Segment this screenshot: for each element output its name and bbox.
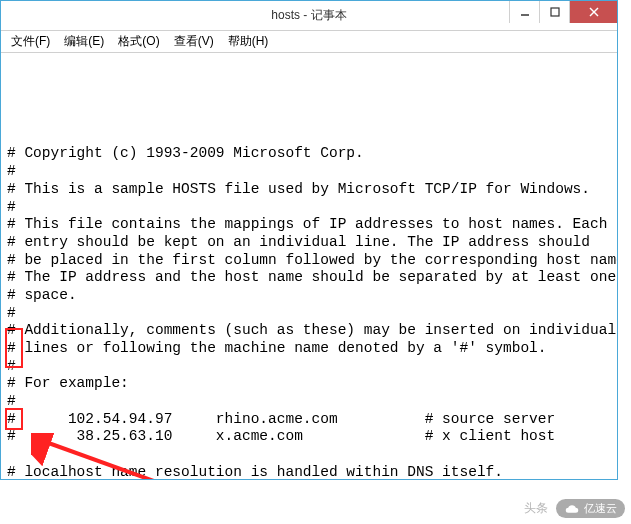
svg-rect-1: [551, 8, 559, 16]
watermark-left: 头条: [524, 500, 548, 517]
editor-line: [7, 446, 611, 464]
editor-line: # The IP address and the host name shoul…: [7, 269, 611, 287]
close-icon: [589, 7, 599, 17]
editor-line: # For example:: [7, 375, 611, 393]
menubar: 文件(F) 编辑(E) 格式(O) 查看(V) 帮助(H): [1, 31, 617, 53]
editor-line: #: [7, 358, 611, 376]
minimize-icon: [520, 7, 530, 17]
editor-line: # lines or following the machine name de…: [7, 340, 611, 358]
maximize-button[interactable]: [539, 1, 569, 23]
window-title: hosts - 记事本: [271, 7, 346, 24]
editor-line: # 102.54.94.97 rhino.acme.com # source s…: [7, 411, 611, 429]
editor-line: #: [7, 393, 611, 411]
menu-help[interactable]: 帮助(H): [222, 31, 275, 52]
menu-view[interactable]: 查看(V): [168, 31, 220, 52]
close-button[interactable]: [569, 1, 617, 23]
editor-line: #: [7, 163, 611, 181]
editor-line: # Copyright (c) 1993-2009 Microsoft Corp…: [7, 145, 611, 163]
notepad-window: hosts - 记事本 文件(F) 编辑(E) 格式(O) 查看(V) 帮助(H…: [0, 0, 618, 480]
editor-line: # localhost name resolution is handled w…: [7, 464, 611, 479]
editor-line: # This file contains the mappings of IP …: [7, 216, 611, 234]
editor-line: #: [7, 305, 611, 323]
window-controls: [509, 1, 617, 23]
watermark: 头条 亿速云: [524, 499, 625, 518]
editor-line: # entry should be kept on an individual …: [7, 234, 611, 252]
minimize-button[interactable]: [509, 1, 539, 23]
editor-line: # This is a sample HOSTS file used by Mi…: [7, 181, 611, 199]
menu-edit[interactable]: 编辑(E): [58, 31, 110, 52]
menu-format[interactable]: 格式(O): [112, 31, 165, 52]
menu-file[interactable]: 文件(F): [5, 31, 56, 52]
editor-line: # Additionally, comments (such as these)…: [7, 322, 611, 340]
editor-line: #: [7, 199, 611, 217]
watermark-badge: 亿速云: [556, 499, 625, 518]
maximize-icon: [550, 7, 560, 17]
editor-line: # 38.25.63.10 x.acme.com # x client host: [7, 428, 611, 446]
cloud-icon: [564, 504, 580, 514]
text-editor[interactable]: # Copyright (c) 1993-2009 Microsoft Corp…: [1, 53, 617, 479]
editor-line: # be placed in the first column followed…: [7, 252, 611, 270]
editor-line: # space.: [7, 287, 611, 305]
titlebar[interactable]: hosts - 记事本: [1, 1, 617, 31]
watermark-right: 亿速云: [584, 501, 617, 516]
